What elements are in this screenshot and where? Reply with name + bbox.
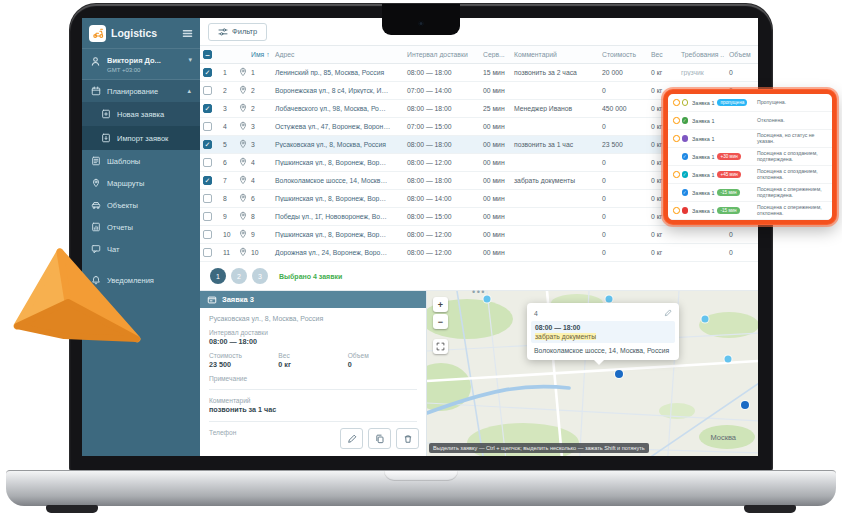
laptop-base <box>6 470 836 506</box>
map-marker[interactable] <box>725 355 732 362</box>
sidebar-item-5[interactable]: Чат <box>82 238 200 260</box>
cell-comment: позвонить за 1 час <box>511 141 599 148</box>
page-button-1[interactable]: 1 <box>210 268 226 284</box>
column-header-address[interactable]: Адрес <box>272 51 404 58</box>
cell-service: 00 мин <box>480 123 511 130</box>
trash-icon <box>403 434 413 444</box>
user-profile[interactable]: Виктория До... GMT +03:00 ▾ <box>82 49 200 80</box>
column-header-interval[interactable]: Интервал доставки <box>404 51 480 58</box>
map-marker[interactable] <box>615 370 623 378</box>
zoom-out-button[interactable]: − <box>433 314 448 329</box>
panel-resize-handle[interactable]: ••• <box>472 287 486 297</box>
column-header-name[interactable]: Имя ↑ <box>248 51 272 58</box>
sidebar-subitem-1[interactable]: Импорт заявок <box>82 126 200 150</box>
pin-icon <box>238 103 248 113</box>
laptop-foot-left <box>46 505 98 513</box>
copy-button[interactable] <box>368 428 391 449</box>
row-checkbox[interactable] <box>203 212 212 221</box>
column-header-comment[interactable]: Комментарий <box>511 51 599 58</box>
cell-address: Победы ул., 1Г, Нововоронеж, Во… <box>272 213 404 220</box>
sidebar-item-1[interactable]: Шаблоны <box>82 150 200 172</box>
column-header-volume[interactable]: Объем <box>726 51 758 58</box>
sidebar-item-0[interactable]: Планирование▴ <box>82 80 200 102</box>
weight-value: 0 кг <box>278 360 347 369</box>
cell-interval: 08:00 — 12:00 <box>404 159 480 166</box>
request-details-card: Заявка 3 Русаковская ул., 8, Москва, Рос… <box>200 291 427 456</box>
interval-label: Интервал доставки <box>209 329 417 336</box>
row-checkbox[interactable] <box>203 122 212 131</box>
select-all-checkbox[interactable]: – <box>203 50 212 59</box>
map-marker[interactable] <box>741 401 749 409</box>
row-checkbox[interactable]: ✓ <box>203 140 212 149</box>
legend-badge: +45 мин <box>717 171 740 178</box>
clock-orange-icon <box>673 207 680 214</box>
cell-address: Пушкинская ул., 8, Воронеж, Вор… <box>272 159 404 166</box>
sidebar-item-4[interactable]: Отчеты <box>82 216 200 238</box>
row-checkbox[interactable] <box>203 194 212 203</box>
fullscreen-button[interactable] <box>433 339 448 354</box>
cell-cost: 0 <box>599 159 648 166</box>
cell-service: 00 мин <box>480 159 511 166</box>
legend-description: Посещена с опережением, отклонена. <box>757 205 827 217</box>
column-header-requirements[interactable]: Требования .. <box>678 51 726 58</box>
cell-service: 00 мин <box>480 231 511 238</box>
edit-button[interactable] <box>340 428 363 449</box>
popup-edit-icon[interactable] <box>664 309 672 317</box>
column-header-service[interactable]: Серв... <box>480 51 511 58</box>
column-header-cost[interactable]: Стоимость <box>599 51 648 58</box>
map-marker[interactable] <box>702 316 709 323</box>
sidebar-item-6[interactable]: Уведомления <box>82 269 200 291</box>
legend-description: Отклонена. <box>757 118 827 124</box>
table-row[interactable]: ✓11Ленинский пр., 85, Москва, Россия08:0… <box>200 64 758 82</box>
laptop-screen-bezel: Logistics Виктория До... GMT +03:00 ▾ Пл… <box>70 4 772 470</box>
sidebar-item-3[interactable]: Объекты <box>82 194 200 216</box>
page-button-2[interactable]: 2 <box>231 268 247 284</box>
sidebar-subitem-0[interactable]: Новая заявка <box>82 102 200 126</box>
pin-icon <box>238 211 248 221</box>
table-row[interactable]: 1110Дорожная ул., 24, Воронеж, Воро…08:0… <box>200 244 758 262</box>
filter-button[interactable]: Фильтр <box>208 23 267 41</box>
column-header-weight[interactable]: Вес <box>648 51 678 58</box>
row-checkbox[interactable] <box>203 230 212 239</box>
sidebar-subitem-label: Импорт заявок <box>117 134 168 143</box>
zoom-in-button[interactable]: + <box>433 297 448 312</box>
sidebar-item-label: Шаблоны <box>107 157 140 166</box>
map-marker[interactable] <box>606 296 613 303</box>
row-number: 10 <box>220 231 235 238</box>
row-checkbox[interactable]: ✓ <box>203 176 212 185</box>
legend-badge: -15 мин <box>717 189 739 196</box>
map-canvas[interactable]: + − 4 08:00 — 18:00 <box>427 291 758 456</box>
main-panel: Фильтр –Имя ↑АдресИнтервал доставкиСерв.… <box>200 18 758 456</box>
cell-address: Русаковская ул., 8, Москва, Россия <box>272 141 404 148</box>
row-checkbox[interactable]: ✓ <box>203 68 212 77</box>
cell-address: Ленинский пр., 85, Москва, Россия <box>272 69 404 76</box>
row-number: 2 <box>220 87 235 94</box>
row-number: 3 <box>220 105 235 112</box>
row-checkbox[interactable]: ✓ <box>203 104 212 113</box>
page-button-3[interactable]: 3 <box>252 268 268 284</box>
cell-service: 00 мин <box>480 195 511 202</box>
sidebar-item-2[interactable]: Маршруты <box>82 172 200 194</box>
pin-icon <box>238 139 248 149</box>
row-checkbox[interactable] <box>203 248 212 257</box>
cell-address: Волоколамское шоссе, 14, Москв… <box>272 177 404 184</box>
cell-interval: 08:00 — 18:00 <box>404 141 480 148</box>
calendar-icon <box>91 86 101 96</box>
cell-interval: 07:00 — 15:00 <box>404 123 480 130</box>
pin-icon <box>238 85 248 95</box>
row-checkbox[interactable] <box>203 158 212 167</box>
delete-button[interactable] <box>396 428 419 449</box>
clock-orange-icon <box>673 117 680 124</box>
chevron-up-icon: ▴ <box>187 87 191 95</box>
table-row[interactable]: 109Пушкинская ул., 8, Воронеж, Вор…08:00… <box>200 226 758 244</box>
scooter-icon <box>92 27 104 39</box>
cell-cost: 20 000 <box>599 69 648 76</box>
cell-name: 2 <box>248 105 272 112</box>
status-legend-overlay: Заявка 1пропущенаПропущена.✓Заявка 1Откл… <box>663 89 837 225</box>
app-title: Logistics <box>111 27 157 39</box>
file-import-icon <box>101 133 111 143</box>
cell-service: 25 мин <box>480 105 511 112</box>
row-checkbox[interactable] <box>203 86 212 95</box>
legend-request-label: Заявка 1 <box>692 172 714 178</box>
menu-icon[interactable] <box>182 28 193 39</box>
